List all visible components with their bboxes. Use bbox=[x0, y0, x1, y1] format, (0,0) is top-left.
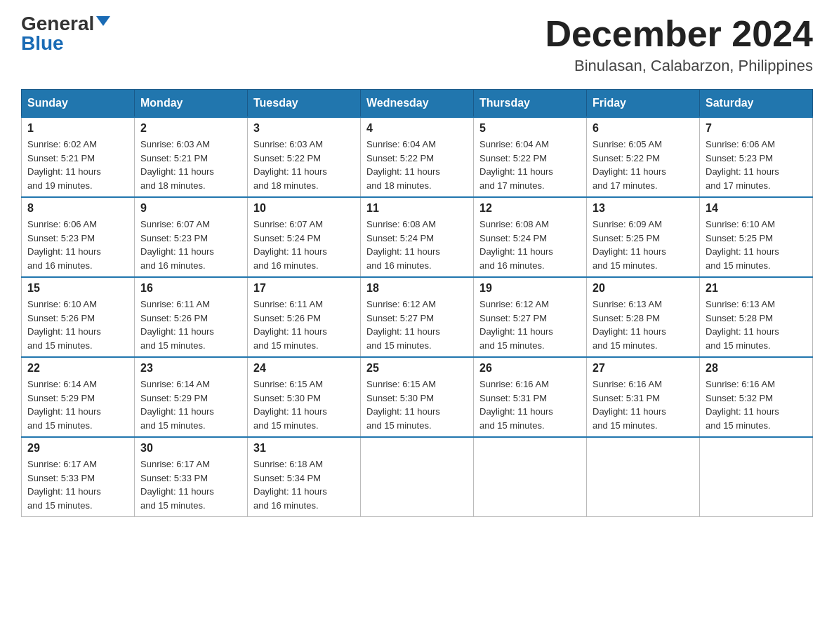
day-info: Sunrise: 6:07 AMSunset: 5:24 PMDaylight:… bbox=[253, 219, 327, 271]
calendar-cell: 5 Sunrise: 6:04 AMSunset: 5:22 PMDayligh… bbox=[474, 117, 587, 197]
calendar-cell: 7 Sunrise: 6:06 AMSunset: 5:23 PMDayligh… bbox=[700, 117, 813, 197]
title-area: December 2024 Binulasan, Calabarzon, Phi… bbox=[545, 14, 813, 75]
logo-general-text: General bbox=[21, 14, 94, 34]
day-number: 30 bbox=[140, 442, 241, 455]
calendar-cell: 9 Sunrise: 6:07 AMSunset: 5:23 PMDayligh… bbox=[135, 197, 248, 277]
month-title: December 2024 bbox=[545, 14, 813, 54]
day-info: Sunrise: 6:02 AMSunset: 5:21 PMDaylight:… bbox=[27, 139, 101, 191]
day-info: Sunrise: 6:07 AMSunset: 5:23 PMDaylight:… bbox=[140, 219, 214, 271]
day-number: 23 bbox=[140, 362, 241, 375]
header-tuesday: Tuesday bbox=[248, 90, 361, 118]
calendar-cell: 27 Sunrise: 6:16 AMSunset: 5:31 PMDaylig… bbox=[587, 357, 700, 437]
calendar-cell bbox=[587, 437, 700, 517]
day-number: 26 bbox=[479, 362, 581, 375]
day-number: 3 bbox=[253, 122, 355, 135]
day-info: Sunrise: 6:08 AMSunset: 5:24 PMDaylight:… bbox=[479, 219, 553, 271]
calendar-header-row: SundayMondayTuesdayWednesdayThursdayFrid… bbox=[22, 90, 813, 118]
day-number: 6 bbox=[593, 122, 694, 135]
calendar-cell: 24 Sunrise: 6:15 AMSunset: 5:30 PMDaylig… bbox=[248, 357, 361, 437]
calendar-cell: 23 Sunrise: 6:14 AMSunset: 5:29 PMDaylig… bbox=[135, 357, 248, 437]
logo-blue-text: Blue bbox=[21, 34, 64, 53]
day-info: Sunrise: 6:04 AMSunset: 5:22 PMDaylight:… bbox=[479, 139, 553, 191]
day-number: 27 bbox=[593, 362, 694, 375]
day-info: Sunrise: 6:03 AMSunset: 5:22 PMDaylight:… bbox=[253, 139, 327, 191]
calendar-cell: 3 Sunrise: 6:03 AMSunset: 5:22 PMDayligh… bbox=[248, 117, 361, 197]
header-sunday: Sunday bbox=[22, 90, 135, 118]
day-info: Sunrise: 6:16 AMSunset: 5:31 PMDaylight:… bbox=[479, 379, 553, 431]
day-number: 20 bbox=[593, 282, 694, 295]
day-number: 19 bbox=[479, 282, 581, 295]
day-info: Sunrise: 6:13 AMSunset: 5:28 PMDaylight:… bbox=[593, 299, 666, 351]
day-info: Sunrise: 6:11 AMSunset: 5:26 PMDaylight:… bbox=[253, 299, 327, 351]
calendar-cell: 18 Sunrise: 6:12 AMSunset: 5:27 PMDaylig… bbox=[361, 277, 474, 357]
week-row-1: 1 Sunrise: 6:02 AMSunset: 5:21 PMDayligh… bbox=[22, 117, 813, 197]
day-number: 14 bbox=[706, 202, 807, 215]
day-number: 18 bbox=[366, 282, 468, 295]
day-number: 7 bbox=[706, 122, 807, 135]
day-number: 22 bbox=[27, 362, 128, 375]
day-info: Sunrise: 6:10 AMSunset: 5:26 PMDaylight:… bbox=[27, 299, 101, 351]
day-number: 21 bbox=[706, 282, 807, 295]
day-info: Sunrise: 6:06 AMSunset: 5:23 PMDaylight:… bbox=[706, 139, 779, 191]
calendar-cell: 4 Sunrise: 6:04 AMSunset: 5:22 PMDayligh… bbox=[361, 117, 474, 197]
calendar-cell: 6 Sunrise: 6:05 AMSunset: 5:22 PMDayligh… bbox=[587, 117, 700, 197]
calendar-cell: 8 Sunrise: 6:06 AMSunset: 5:23 PMDayligh… bbox=[22, 197, 135, 277]
day-info: Sunrise: 6:10 AMSunset: 5:25 PMDaylight:… bbox=[706, 219, 779, 271]
day-number: 15 bbox=[27, 282, 128, 295]
header-monday: Monday bbox=[135, 90, 248, 118]
day-info: Sunrise: 6:18 AMSunset: 5:34 PMDaylight:… bbox=[253, 459, 327, 511]
day-info: Sunrise: 6:13 AMSunset: 5:28 PMDaylight:… bbox=[706, 299, 779, 351]
day-info: Sunrise: 6:14 AMSunset: 5:29 PMDaylight:… bbox=[27, 379, 101, 431]
day-number: 31 bbox=[253, 442, 355, 455]
calendar-cell bbox=[361, 437, 474, 517]
day-number: 9 bbox=[140, 202, 241, 215]
calendar-cell: 21 Sunrise: 6:13 AMSunset: 5:28 PMDaylig… bbox=[700, 277, 813, 357]
day-number: 16 bbox=[140, 282, 241, 295]
calendar-cell: 11 Sunrise: 6:08 AMSunset: 5:24 PMDaylig… bbox=[361, 197, 474, 277]
day-number: 13 bbox=[593, 202, 694, 215]
calendar-cell: 12 Sunrise: 6:08 AMSunset: 5:24 PMDaylig… bbox=[474, 197, 587, 277]
calendar-cell: 25 Sunrise: 6:15 AMSunset: 5:30 PMDaylig… bbox=[361, 357, 474, 437]
day-number: 4 bbox=[366, 122, 468, 135]
day-info: Sunrise: 6:12 AMSunset: 5:27 PMDaylight:… bbox=[479, 299, 553, 351]
page-header: General Blue December 2024 Binulasan, Ca… bbox=[21, 14, 813, 75]
day-info: Sunrise: 6:16 AMSunset: 5:32 PMDaylight:… bbox=[706, 379, 779, 431]
calendar-cell bbox=[474, 437, 587, 517]
day-info: Sunrise: 6:14 AMSunset: 5:29 PMDaylight:… bbox=[140, 379, 214, 431]
day-number: 2 bbox=[140, 122, 241, 135]
day-number: 12 bbox=[479, 202, 581, 215]
day-number: 10 bbox=[253, 202, 355, 215]
day-info: Sunrise: 6:08 AMSunset: 5:24 PMDaylight:… bbox=[366, 219, 440, 271]
calendar-cell: 2 Sunrise: 6:03 AMSunset: 5:21 PMDayligh… bbox=[135, 117, 248, 197]
calendar-cell: 26 Sunrise: 6:16 AMSunset: 5:31 PMDaylig… bbox=[474, 357, 587, 437]
logo: General Blue bbox=[21, 14, 110, 53]
day-number: 8 bbox=[27, 202, 128, 215]
day-number: 17 bbox=[253, 282, 355, 295]
calendar-table: SundayMondayTuesdayWednesdayThursdayFrid… bbox=[21, 89, 813, 517]
day-number: 25 bbox=[366, 362, 468, 375]
day-number: 29 bbox=[27, 442, 128, 455]
calendar-cell: 13 Sunrise: 6:09 AMSunset: 5:25 PMDaylig… bbox=[587, 197, 700, 277]
calendar-cell: 15 Sunrise: 6:10 AMSunset: 5:26 PMDaylig… bbox=[22, 277, 135, 357]
day-number: 1 bbox=[27, 122, 128, 135]
day-number: 28 bbox=[706, 362, 807, 375]
calendar-cell: 1 Sunrise: 6:02 AMSunset: 5:21 PMDayligh… bbox=[22, 117, 135, 197]
week-row-3: 15 Sunrise: 6:10 AMSunset: 5:26 PMDaylig… bbox=[22, 277, 813, 357]
day-number: 24 bbox=[253, 362, 355, 375]
day-number: 11 bbox=[366, 202, 468, 215]
day-info: Sunrise: 6:03 AMSunset: 5:21 PMDaylight:… bbox=[140, 139, 214, 191]
header-wednesday: Wednesday bbox=[361, 90, 474, 118]
day-info: Sunrise: 6:04 AMSunset: 5:22 PMDaylight:… bbox=[366, 139, 440, 191]
day-info: Sunrise: 6:15 AMSunset: 5:30 PMDaylight:… bbox=[253, 379, 327, 431]
calendar-cell bbox=[700, 437, 813, 517]
calendar-cell: 17 Sunrise: 6:11 AMSunset: 5:26 PMDaylig… bbox=[248, 277, 361, 357]
calendar-cell: 22 Sunrise: 6:14 AMSunset: 5:29 PMDaylig… bbox=[22, 357, 135, 437]
logo-triangle-icon bbox=[96, 16, 110, 26]
header-friday: Friday bbox=[587, 90, 700, 118]
day-info: Sunrise: 6:11 AMSunset: 5:26 PMDaylight:… bbox=[140, 299, 214, 351]
week-row-5: 29 Sunrise: 6:17 AMSunset: 5:33 PMDaylig… bbox=[22, 437, 813, 517]
week-row-2: 8 Sunrise: 6:06 AMSunset: 5:23 PMDayligh… bbox=[22, 197, 813, 277]
day-info: Sunrise: 6:05 AMSunset: 5:22 PMDaylight:… bbox=[593, 139, 666, 191]
week-row-4: 22 Sunrise: 6:14 AMSunset: 5:29 PMDaylig… bbox=[22, 357, 813, 437]
day-info: Sunrise: 6:16 AMSunset: 5:31 PMDaylight:… bbox=[593, 379, 666, 431]
